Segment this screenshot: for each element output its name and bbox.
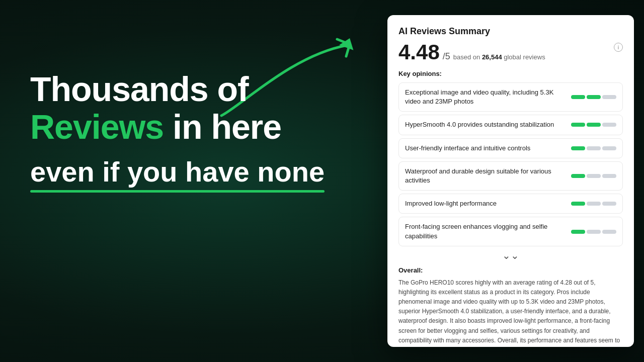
hero-green-word: Reviews	[30, 108, 164, 146]
bar-empty-segment	[602, 230, 616, 234]
rating-number: 4.48	[398, 42, 440, 63]
bar-filled-segment	[571, 123, 585, 127]
rating-based: based on 26,544 global reviews	[453, 53, 545, 61]
bar-filled-segment	[571, 230, 585, 234]
opinion-text-0: Exceptional image and video quality, inc…	[405, 88, 571, 106]
opinion-bar-3	[571, 174, 616, 178]
opinion-text-4: Improved low-light performance	[405, 199, 571, 208]
bar-empty-segment	[602, 202, 616, 206]
bar-filled-segment	[587, 123, 601, 127]
bar-empty-segment	[602, 174, 616, 178]
bar-empty-segment	[602, 123, 616, 127]
hero-line3: even if you have none	[30, 155, 325, 189]
hero-line1: Thousands of	[30, 70, 337, 108]
opinion-item-4: Improved low-light performance	[398, 194, 623, 214]
overall-text: The GoPro HERO10 scores highly with an a…	[398, 278, 623, 347]
opinion-text-2: User-friendly interface and intuitive co…	[405, 144, 571, 153]
bar-filled-segment	[571, 174, 585, 178]
bar-filled-segment	[587, 95, 601, 99]
bar-empty-segment	[602, 95, 616, 99]
opinion-bar-4	[571, 202, 616, 206]
bar-filled-segment	[571, 202, 585, 206]
opinion-bar-2	[571, 146, 616, 150]
bar-empty-segment	[587, 146, 601, 150]
rating-row: 4.48 /5 based on 26,544 global reviews	[398, 42, 545, 63]
bar-filled-segment	[571, 95, 585, 99]
review-count: 26,544	[482, 53, 502, 61]
bar-filled-segment	[571, 146, 585, 150]
info-icon[interactable]: i	[614, 43, 623, 52]
card-title: AI Reviews Summary	[398, 26, 623, 37]
opinion-bar-5	[571, 230, 616, 234]
hero-text: Thousands of Reviews in here even if you…	[30, 70, 337, 189]
opinion-text-3: Waterproof and durable design suitable f…	[405, 167, 571, 185]
expand-button[interactable]: ⌄⌄	[398, 249, 623, 261]
bar-empty-segment	[602, 146, 616, 150]
opinion-text-5: Front-facing screen enhances vlogging an…	[405, 222, 571, 240]
opinion-item-3: Waterproof and durable design suitable f…	[398, 161, 623, 191]
overall-label: Overall:	[398, 266, 623, 274]
opinions-list: Exceptional image and video quality, inc…	[398, 82, 623, 246]
opinion-item-5: Front-facing screen enhances vlogging an…	[398, 217, 623, 246]
opinion-item-2: User-friendly interface and intuitive co…	[398, 138, 623, 158]
rating-denom: /5	[443, 51, 450, 62]
opinion-text-1: HyperSmooth 4.0 provides outstanding sta…	[405, 120, 571, 129]
bar-empty-segment	[587, 202, 601, 206]
bar-empty-segment	[587, 174, 601, 178]
rating-header: 4.48 /5 based on 26,544 global reviews i	[398, 42, 623, 70]
opinion-item-0: Exceptional image and video quality, inc…	[398, 82, 623, 112]
opinion-bar-0	[571, 95, 616, 99]
logos-area: a R Costco BESTBUY → eb TARGET ⌂ الطلبTE…	[0, 251, 367, 362]
bar-empty-segment	[587, 230, 601, 234]
hero-line2: Reviews in here	[30, 108, 337, 146]
opinion-item-1: HyperSmooth 4.0 provides outstanding sta…	[398, 115, 623, 135]
opinion-bar-1	[571, 123, 616, 127]
reviews-card: AI Reviews Summary 4.48 /5 based on 26,5…	[387, 15, 634, 347]
key-opinions-label: Key opinions:	[398, 70, 623, 77]
hero-white-word: in here	[173, 108, 281, 146]
underline-decoration	[30, 190, 325, 193]
